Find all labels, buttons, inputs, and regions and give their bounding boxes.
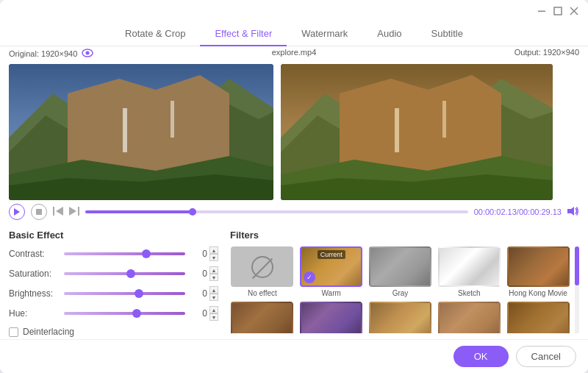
title-bar <box>0 0 588 22</box>
hue-spinners: ▲ ▼ <box>209 306 218 321</box>
hue-slider[interactable] <box>64 308 185 319</box>
svg-rect-29 <box>78 207 79 216</box>
filter-gray-label: Gray <box>392 289 409 297</box>
filter-r2-1[interactable] <box>230 302 295 333</box>
svg-rect-26 <box>36 209 42 215</box>
maximize-button[interactable] <box>553 6 563 16</box>
next-frame-button[interactable] <box>69 207 79 218</box>
saturation-slider[interactable] <box>64 268 185 280</box>
contrast-spinners: ▲ ▼ <box>209 246 218 261</box>
filter-gray[interactable]: Gray <box>368 246 433 297</box>
filter-no-effect-label: No effect <box>248 289 277 297</box>
saturation-row: Saturation: 0 ▲ ▼ <box>9 266 218 281</box>
stop-button[interactable] <box>31 204 47 220</box>
tab-effect-filter[interactable]: Effect & Filter <box>200 22 287 46</box>
tab-audio[interactable]: Audio <box>362 22 416 46</box>
saturation-down[interactable]: ▼ <box>209 274 218 281</box>
progress-fill <box>85 210 193 213</box>
current-label: Current <box>318 250 345 259</box>
close-button[interactable] <box>569 6 579 16</box>
time-total: 00:00:29.13 <box>519 207 562 216</box>
brightness-up[interactable]: ▲ <box>209 286 218 294</box>
filter-no-effect[interactable]: No effect <box>230 246 295 297</box>
play-button[interactable] <box>9 204 25 220</box>
output-info: Output: 1920×940 <box>389 48 579 60</box>
contrast-row: Contrast: 0 ▲ ▼ <box>9 246 218 261</box>
deinterlacing-checkbox[interactable] <box>9 327 18 337</box>
filter-warm-check: ✓ <box>304 271 315 283</box>
tab-subtitle[interactable]: Subtitle <box>417 22 478 46</box>
time-display: 00:00:02.13/00:00:29.13 <box>474 207 562 216</box>
hue-row: Hue: 0 ▲ ▼ <box>9 306 218 321</box>
prev-frame-button[interactable] <box>53 207 63 218</box>
progress-bar[interactable] <box>85 210 468 213</box>
basic-effect-title: Basic Effect <box>9 230 218 241</box>
contrast-down[interactable]: ▼ <box>209 254 218 261</box>
filters-panel: Filters No effect ✓ Current <box>230 230 579 333</box>
filename: explore.mp4 <box>199 48 390 60</box>
saturation-up[interactable]: ▲ <box>209 266 218 274</box>
filters-area: No effect ✓ Current Warm Gray <box>230 246 579 333</box>
svg-marker-25 <box>14 208 20 216</box>
contrast-up[interactable]: ▲ <box>209 246 218 254</box>
saturation-spinners: ▲ ▼ <box>209 266 218 281</box>
deinterlacing-row: Deinterlacing <box>9 327 218 337</box>
volume-button[interactable] <box>567 206 579 219</box>
filters-scrollbar[interactable] <box>575 246 579 333</box>
svg-rect-11 <box>123 108 127 152</box>
hue-down[interactable]: ▼ <box>209 313 218 321</box>
filter-r2-4[interactable] <box>437 302 501 333</box>
playback-controls: 00:00:02.13/00:00:29.13 <box>0 200 588 224</box>
brightness-label: Brightness: <box>9 288 64 299</box>
saturation-thumb[interactable] <box>126 269 135 278</box>
ok-button[interactable]: OK <box>453 346 509 367</box>
svg-rect-27 <box>53 207 54 216</box>
cancel-button[interactable]: Cancel <box>516 346 576 367</box>
original-label: Original: 1920×940 <box>9 49 77 58</box>
brightness-value: 0 <box>190 288 207 299</box>
output-video-preview <box>281 64 553 200</box>
svg-marker-28 <box>56 207 63 216</box>
brightness-down[interactable]: ▼ <box>209 294 218 301</box>
contrast-slider[interactable] <box>64 248 185 260</box>
hue-value: 0 <box>190 308 207 319</box>
original-video-preview <box>9 64 273 200</box>
svg-marker-31 <box>567 207 574 216</box>
svg-rect-0 <box>538 11 545 13</box>
hue-up[interactable]: ▲ <box>209 306 218 313</box>
tab-bar: Rotate & Crop Effect & Filter Watermark … <box>0 22 588 46</box>
footer: OK Cancel <box>0 339 588 373</box>
hue-thumb[interactable] <box>132 309 141 318</box>
filter-sketch[interactable]: Sketch <box>437 246 501 297</box>
contrast-value: 0 <box>190 249 207 259</box>
svg-point-5 <box>86 51 90 55</box>
tab-rotate-crop[interactable]: Rotate & Crop <box>110 22 200 46</box>
time-current: 00:00:02.13 <box>474 207 517 216</box>
filter-r2-5[interactable] <box>506 302 570 333</box>
svg-rect-12 <box>171 101 174 138</box>
filters-grid: No effect ✓ Current Warm Gray <box>230 246 579 333</box>
contrast-thumb[interactable] <box>142 249 151 258</box>
filter-r2-2[interactable] <box>299 302 364 333</box>
progress-thumb[interactable] <box>189 208 196 216</box>
filter-r2-3[interactable] <box>368 302 433 333</box>
eye-icon[interactable] <box>82 48 93 60</box>
tab-watermark[interactable]: Watermark <box>287 22 362 46</box>
contrast-label: Contrast: <box>9 249 64 259</box>
brightness-spinners: ▲ ▼ <box>209 286 218 301</box>
svg-rect-21 <box>395 108 399 152</box>
window-controls <box>537 6 579 16</box>
filters-scrollbar-thumb[interactable] <box>575 246 579 285</box>
video-info-row: Original: 1920×940 explore.mp4 Output: 1… <box>0 46 588 61</box>
basic-effect-panel: Basic Effect Contrast: 0 ▲ ▼ Saturation: <box>9 230 218 333</box>
brightness-slider[interactable] <box>64 288 185 299</box>
minimize-button[interactable] <box>537 6 547 16</box>
filter-hong-kong[interactable]: Hong Kong Movie <box>506 246 570 297</box>
original-video-panel <box>9 64 273 200</box>
deinterlacing-label: Deinterlacing <box>23 327 74 337</box>
hue-label: Hue: <box>9 308 64 319</box>
brightness-row: Brightness: 0 ▲ ▼ <box>9 286 218 301</box>
filter-warm[interactable]: ✓ Current Warm <box>299 246 364 297</box>
svg-rect-22 <box>442 101 446 138</box>
brightness-thumb[interactable] <box>135 289 143 298</box>
